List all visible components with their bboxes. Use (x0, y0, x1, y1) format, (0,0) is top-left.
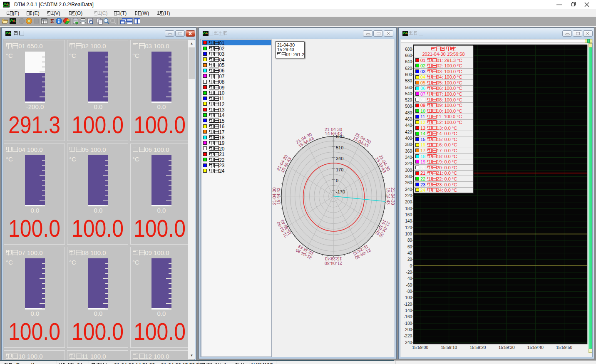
svg-text:400: 400 (405, 136, 412, 141)
svg-text:-100: -100 (404, 295, 412, 300)
svg-text:220: 220 (405, 193, 412, 198)
svg-text:640: 640 (405, 59, 412, 64)
svg-text:80: 80 (407, 238, 412, 243)
svg-text:-240: -240 (404, 340, 412, 345)
svg-text:-60: -60 (406, 283, 412, 287)
svg-text:-200: -200 (404, 327, 412, 332)
svg-text:480: 480 (405, 111, 412, 115)
svg-text:-180: -180 (404, 321, 412, 326)
svg-text:340: 340 (405, 155, 412, 160)
svg-text:-120: -120 (404, 302, 412, 307)
svg-text:14:59:43: 14:59:43 (325, 131, 342, 136)
svg-text:-80: -80 (406, 289, 412, 294)
svg-text:380: 380 (405, 142, 412, 147)
svg-text:120: 120 (405, 225, 412, 230)
svg-text:260: 260 (405, 181, 412, 185)
svg-text:500: 500 (405, 104, 412, 109)
svg-text:-140: -140 (404, 308, 412, 313)
svg-text:420: 420 (405, 130, 412, 134)
svg-text:580: 580 (405, 79, 412, 83)
svg-text:15:59:30: 15:59:30 (499, 345, 515, 350)
svg-text:180: 180 (405, 206, 412, 211)
svg-text:15:59:10: 15:59:10 (441, 345, 457, 350)
svg-text:340: 340 (336, 156, 343, 161)
svg-text:15:59:00: 15:59:00 (412, 345, 428, 350)
svg-text:140: 140 (405, 219, 412, 223)
svg-text:-220: -220 (404, 334, 412, 338)
svg-text:20: 20 (407, 257, 412, 262)
svg-text:15:59:40: 15:59:40 (527, 345, 544, 350)
svg-text:280: 280 (405, 174, 412, 179)
svg-text:40: 40 (407, 251, 412, 255)
svg-text:15:59:50: 15:59:50 (556, 345, 572, 350)
svg-text:60: 60 (407, 245, 412, 249)
svg-text:680: 680 (405, 47, 412, 52)
svg-text:15:14:43: 15:14:43 (386, 188, 391, 205)
svg-text:360: 360 (405, 149, 412, 154)
svg-text:560: 560 (405, 85, 412, 90)
svg-text:-20: -20 (406, 270, 412, 275)
svg-text:300: 300 (405, 168, 412, 173)
svg-text:620: 620 (405, 66, 412, 71)
svg-text:440: 440 (405, 123, 412, 128)
svg-text:-160: -160 (404, 314, 412, 319)
svg-text:Σ: Σ (50, 18, 54, 25)
svg-text:600: 600 (405, 72, 412, 77)
svg-text:200: 200 (405, 200, 412, 204)
svg-text:240: 240 (405, 187, 412, 192)
svg-text:15:29:43: 15:29:43 (325, 256, 342, 261)
svg-text:320: 320 (405, 161, 412, 166)
svg-text:540: 540 (405, 92, 412, 96)
svg-text:460: 460 (405, 117, 412, 121)
svg-text:100: 100 (405, 232, 412, 236)
svg-text:15:59:20: 15:59:20 (469, 345, 486, 350)
svg-text:0: 0 (336, 178, 338, 183)
svg-text:510: 510 (336, 145, 343, 150)
svg-text:660: 660 (405, 53, 412, 58)
svg-text:170: 170 (336, 167, 343, 172)
svg-text:-40: -40 (406, 276, 412, 281)
svg-text:0: 0 (410, 264, 412, 268)
svg-text:-170: -170 (336, 189, 345, 194)
svg-text:520: 520 (405, 98, 412, 102)
svg-text:160: 160 (405, 213, 412, 217)
svg-text:15:44:43: 15:44:43 (276, 188, 281, 205)
